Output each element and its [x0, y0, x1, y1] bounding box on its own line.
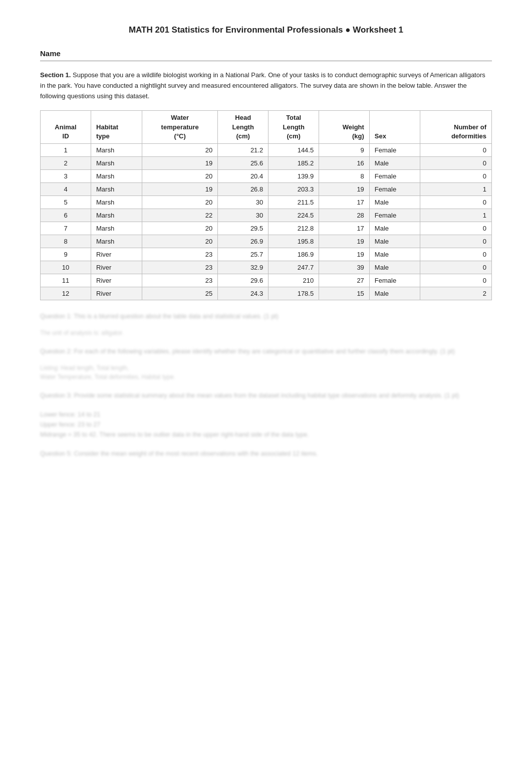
- table-cell: 25.6: [218, 156, 269, 169]
- table-cell: 9: [41, 248, 91, 261]
- table-cell: Marsh: [91, 222, 142, 235]
- table-cell: 30: [218, 209, 269, 222]
- table-cell: 0: [420, 196, 491, 209]
- table-cell: River: [91, 274, 142, 287]
- table-cell: 20: [142, 235, 218, 248]
- col-head-length: HeadLength(cm): [218, 111, 269, 144]
- table-cell: Male: [369, 248, 420, 261]
- table-row: 11River2329.621027Female0: [41, 274, 492, 287]
- col-animal-id: AnimalID: [41, 111, 91, 144]
- page-title: MATH 201 Statistics for Environmental Pr…: [40, 25, 492, 35]
- table-cell: 12: [41, 287, 91, 300]
- table-cell: 17: [319, 222, 370, 235]
- table-cell: 4: [41, 182, 91, 196]
- table-cell: 7: [41, 222, 91, 235]
- table-cell: Male: [369, 287, 420, 300]
- table-cell: 25: [142, 287, 218, 300]
- blurred-a1: The unit of analysis is: alligator.: [40, 328, 492, 337]
- table-cell: 19: [319, 235, 370, 248]
- table-cell: 5: [41, 196, 91, 209]
- table-cell: 20: [142, 196, 218, 209]
- section1-bold: Section 1.: [40, 71, 71, 79]
- table-cell: 0: [420, 156, 491, 169]
- table-cell: 11: [41, 274, 91, 287]
- table-cell: 203.3: [269, 182, 319, 196]
- table-cell: 0: [420, 261, 491, 274]
- section1-body: Suppose that you are a wildlife biologis…: [40, 71, 485, 100]
- table-row: 1Marsh2021.2144.59Female0: [41, 143, 492, 156]
- table-cell: 24.3: [218, 287, 269, 300]
- table-cell: Female: [369, 274, 420, 287]
- table-cell: 16: [319, 156, 370, 169]
- table-row: 12River2524.3178.515Male2: [41, 287, 492, 300]
- table-cell: 0: [420, 169, 491, 182]
- table-cell: 23: [142, 261, 218, 274]
- table-body: 1Marsh2021.2144.59Female02Marsh1925.6185…: [41, 143, 492, 300]
- table-cell: 1: [420, 182, 491, 196]
- table-header-row: AnimalID Habitattype Watertemperature(°C…: [41, 111, 492, 144]
- blurred-a2: Listing: Head length, Total length,Water…: [40, 363, 492, 381]
- table-cell: 26.8: [218, 182, 269, 196]
- table-cell: Male: [369, 156, 420, 169]
- blurred-q3: Question 3: Provide some statistical sum…: [40, 391, 492, 401]
- table-cell: 19: [142, 182, 218, 196]
- table-cell: 0: [420, 222, 491, 235]
- table-cell: 185.2: [269, 156, 319, 169]
- blurred-q1-text: Question 1: This is a blurred question a…: [40, 313, 279, 320]
- table-cell: 210: [269, 274, 319, 287]
- table-cell: 8: [319, 169, 370, 182]
- table-cell: 19: [142, 156, 218, 169]
- table-row: 2Marsh1925.6185.216Male0: [41, 156, 492, 169]
- table-cell: 9: [319, 143, 370, 156]
- col-sex: Sex: [369, 111, 420, 144]
- table-row: 6Marsh2230224.528Female1: [41, 209, 492, 222]
- table-cell: 17: [319, 196, 370, 209]
- table-cell: Marsh: [91, 196, 142, 209]
- blurred-q4: Lower fence: 14 to 21Upper fence: 23 to …: [40, 410, 492, 440]
- table-cell: 178.5: [269, 287, 319, 300]
- table-cell: 186.9: [269, 248, 319, 261]
- table-cell: 0: [420, 143, 491, 156]
- table-cell: 20: [142, 169, 218, 182]
- table-row: 4Marsh1926.8203.319Female1: [41, 182, 492, 196]
- table-cell: Marsh: [91, 209, 142, 222]
- table-row: 7Marsh2029.5212.817Male0: [41, 222, 492, 235]
- table-row: 3Marsh2020.4139.98Female0: [41, 169, 492, 182]
- table-cell: 25.7: [218, 248, 269, 261]
- data-table: AnimalID Habitattype Watertemperature(°C…: [40, 110, 492, 300]
- table-cell: Male: [369, 196, 420, 209]
- table-cell: Female: [369, 143, 420, 156]
- table-cell: 0: [420, 274, 491, 287]
- table-cell: 3: [41, 169, 91, 182]
- table-row: 8Marsh2026.9195.819Male0: [41, 235, 492, 248]
- table-cell: 2: [420, 287, 491, 300]
- table-cell: 0: [420, 248, 491, 261]
- table-cell: 144.5: [269, 143, 319, 156]
- table-cell: River: [91, 248, 142, 261]
- table-cell: 29.6: [218, 274, 269, 287]
- col-habitat-type: Habitattype: [91, 111, 142, 144]
- table-cell: 32.9: [218, 261, 269, 274]
- table-cell: 29.5: [218, 222, 269, 235]
- blurred-sections-container: Question 1: This is a blurred question a…: [40, 311, 492, 459]
- table-cell: 26.9: [218, 235, 269, 248]
- col-weight: Weight(kg): [319, 111, 370, 144]
- blurred-q1: Question 1: This is a blurred question a…: [40, 311, 492, 321]
- table-cell: 2: [41, 156, 91, 169]
- table-cell: 28: [319, 209, 370, 222]
- table-cell: River: [91, 287, 142, 300]
- table-cell: Marsh: [91, 143, 142, 156]
- blurred-q5: Question 5: Consider the mean weight of …: [40, 449, 492, 459]
- table-cell: 19: [319, 182, 370, 196]
- table-cell: 212.8: [269, 222, 319, 235]
- col-water-temp: Watertemperature(°C): [142, 111, 218, 144]
- table-cell: 1: [41, 143, 91, 156]
- table-cell: 20.4: [218, 169, 269, 182]
- col-deformities: Number ofdeformities: [420, 111, 491, 144]
- table-cell: Marsh: [91, 156, 142, 169]
- table-cell: 20: [142, 143, 218, 156]
- table-cell: 23: [142, 248, 218, 261]
- table-cell: 211.5: [269, 196, 319, 209]
- table-cell: 27: [319, 274, 370, 287]
- table-cell: Marsh: [91, 169, 142, 182]
